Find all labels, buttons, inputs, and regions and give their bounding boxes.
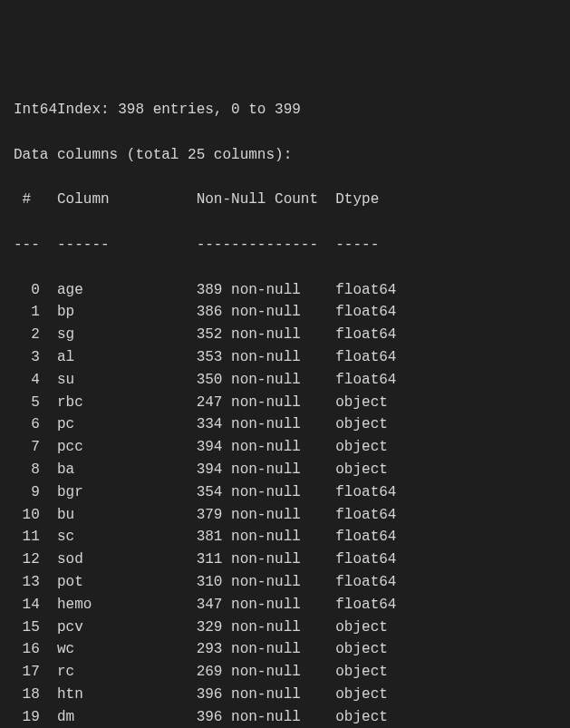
table-row: 2 sg 352 non-null float64 (14, 324, 556, 346)
table-row: 3 al 353 non-null float64 (14, 346, 556, 369)
table-row: 6 pc 334 non-null object (14, 413, 556, 436)
columns-info: Data columns (total 25 columns): (14, 144, 556, 167)
table-header: # Column Non-Null Count Dtype (14, 189, 556, 211)
table-row: 13 pot 310 non-null float64 (14, 571, 556, 594)
index-info: Int64Index: 398 entries, 0 to 399 (14, 99, 556, 121)
table-row: 5 rbc 247 non-null object (14, 392, 556, 414)
table-separator: --- ------ -------------- ----- (14, 234, 556, 257)
table-row: 18 htn 396 non-null object (14, 684, 556, 706)
table-row: 8 ba 394 non-null object (14, 459, 556, 481)
table-row: 16 wc 293 non-null object (14, 638, 556, 661)
table-row: 17 rc 269 non-null object (14, 661, 556, 684)
table-row: 19 dm 396 non-null object (14, 706, 556, 728)
table-row: 7 pcc 394 non-null object (14, 436, 556, 459)
table-row: 11 sc 381 non-null float64 (14, 526, 556, 548)
table-row: 14 hemo 347 non-null float64 (14, 594, 556, 616)
table-row: 0 age 389 non-null float64 (14, 279, 556, 302)
table-row: 4 su 350 non-null float64 (14, 369, 556, 392)
table-row: 15 pcv 329 non-null object (14, 616, 556, 639)
table-row: 9 bgr 354 non-null float64 (14, 481, 556, 504)
table-row: 12 sod 311 non-null float64 (14, 548, 556, 571)
table-row: 10 bu 379 non-null float64 (14, 504, 556, 527)
table-row: 1 bp 386 non-null float64 (14, 301, 556, 324)
